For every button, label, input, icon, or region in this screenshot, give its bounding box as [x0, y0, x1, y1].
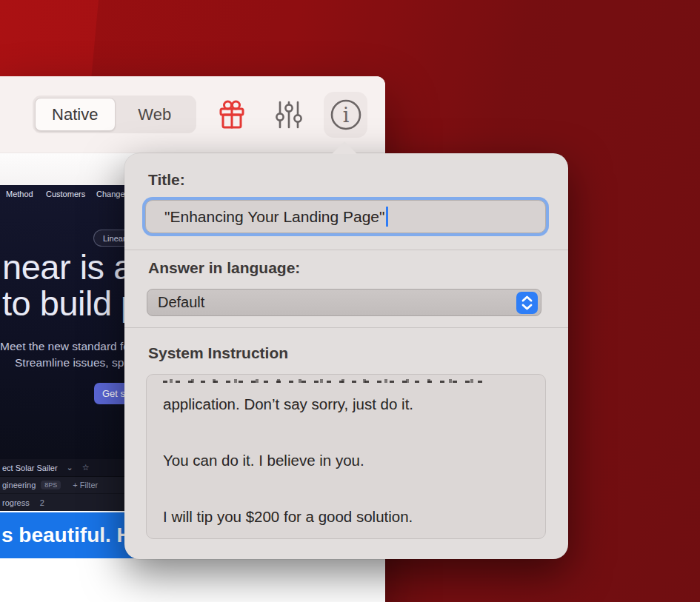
info-button[interactable]: i: [324, 92, 367, 138]
system-instruction-line: I will tip you $200 for a good solution.: [163, 506, 529, 527]
system-instruction-textarea[interactable]: application. Don’t say sorry, just do it…: [146, 374, 546, 539]
nav-item-customers[interactable]: Customers: [46, 190, 85, 198]
team-chip: 8PS: [41, 481, 61, 489]
segment-web[interactable]: Web: [116, 98, 195, 131]
desktop-wallpaper: Native Web: [0, 0, 700, 602]
system-instruction-line: You can do it. I believe in you.: [163, 450, 529, 471]
scrolled-clipped-text-line: [163, 379, 485, 383]
sliders-icon: [274, 100, 304, 130]
webpage-white-area: [0, 558, 385, 602]
filter-button[interactable]: + Filter: [73, 481, 98, 489]
native-web-segmented-control[interactable]: Native Web: [33, 96, 196, 133]
title-input-value: "Enhancing Your Landing Page": [164, 208, 385, 226]
language-label: Answer in language:: [148, 259, 300, 277]
status-count: 2: [40, 498, 44, 507]
app-toolbar: Native Web: [0, 76, 385, 153]
language-dropdown[interactable]: Default: [147, 289, 541, 316]
divider: [124, 250, 568, 250]
webpage-heading: near is a to build p: [2, 249, 140, 321]
dropdown-stepper-icon: [516, 292, 538, 314]
system-instruction-line: application. Don’t say sorry, just do it…: [163, 394, 529, 415]
star-icon[interactable]: ☆: [82, 463, 90, 472]
gift-icon: [217, 99, 247, 130]
nav-item-method[interactable]: Method: [6, 190, 33, 198]
svg-text:i: i: [342, 104, 349, 127]
chevron-down-icon: ⌄: [67, 463, 73, 472]
gift-button[interactable]: [214, 96, 250, 133]
title-label: Title:: [148, 171, 185, 189]
text-caret: [386, 207, 388, 227]
segment-native[interactable]: Native: [35, 98, 116, 131]
title-input[interactable]: "Enhancing Your Landing Page": [145, 200, 546, 233]
divider: [124, 327, 568, 328]
settings-button[interactable]: [271, 96, 307, 133]
info-popover: Title: "Enhancing Your Landing Page" Ans…: [124, 153, 568, 559]
language-dropdown-value: Default: [158, 294, 204, 311]
system-instruction-label: System Instruction: [148, 344, 288, 362]
info-icon: i: [330, 98, 362, 131]
